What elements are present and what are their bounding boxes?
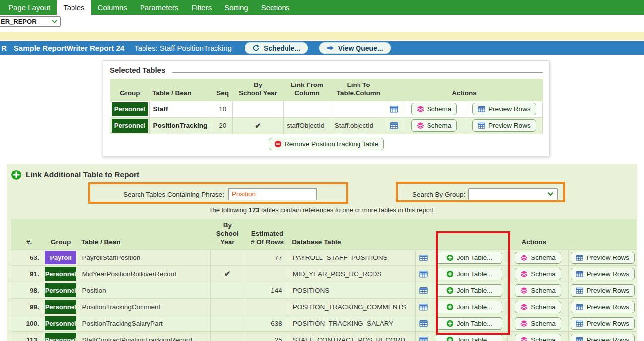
schema-button[interactable]: Schema <box>411 119 457 132</box>
preview-rows-button[interactable]: Preview Rows <box>472 103 536 115</box>
table-grid-icon[interactable] <box>419 336 428 341</box>
join-table-button[interactable]: Join Table... <box>436 268 502 280</box>
table-grid-icon[interactable] <box>419 303 428 311</box>
schema-button[interactable]: Schema <box>515 284 561 297</box>
search-phrase-input[interactable] <box>228 188 317 200</box>
layers-icon <box>520 336 528 341</box>
search-group-select[interactable] <box>468 188 558 200</box>
tab-parameters[interactable]: Parameters <box>134 0 185 15</box>
tab-sections[interactable]: Sections <box>255 0 296 15</box>
preview-rows-button[interactable]: Preview Rows <box>571 284 635 297</box>
table-row: 99. Personnel PositionTrackingComment PO… <box>11 299 637 315</box>
plus-circle-icon <box>446 336 454 341</box>
group-badge: Personnel <box>45 300 77 314</box>
seq-value: 20 <box>213 117 233 134</box>
layers-icon <box>520 287 528 294</box>
by-school-year-flag <box>210 299 245 315</box>
col-header-actions: Actions <box>386 79 543 101</box>
by-school-year-flag: ✔ <box>210 266 245 282</box>
tab-columns[interactable]: Columns <box>91 0 134 15</box>
report-select[interactable]: ER_REPOR <box>0 16 61 27</box>
row-number: 99. <box>11 299 43 315</box>
preview-rows-button[interactable]: Preview Rows <box>571 301 635 313</box>
plus-circle-icon <box>446 254 454 261</box>
est-rows-value: 25 <box>245 332 289 341</box>
group-badge: Personnel <box>45 316 77 330</box>
join-table-button[interactable]: Join Table... <box>436 284 502 297</box>
schema-button[interactable]: Schema <box>515 301 561 313</box>
tab-tables[interactable]: Tables <box>57 0 91 15</box>
table-row: Personnel Staff 10 Schema Preview Rows <box>110 101 543 117</box>
schema-button[interactable]: Schema <box>411 103 457 115</box>
row-number: 98. <box>11 282 43 299</box>
report-context: Tables: Staff PositionTracking <box>134 44 232 52</box>
table-grid-icon[interactable] <box>390 121 398 130</box>
note-suffix: tables contain references to one or more… <box>259 206 435 214</box>
table-grid-icon[interactable] <box>419 319 428 328</box>
col-header-num: #. <box>11 219 43 250</box>
table-row: 100. Personnel PositionTrackingSalaryPar… <box>11 315 637 332</box>
table-grid-icon[interactable] <box>419 286 428 295</box>
est-rows-value: 638 <box>245 315 289 332</box>
report-selector-row: ER_REPOR <box>0 15 644 28</box>
yellow-divider-bar <box>0 32 644 40</box>
table-grid-icon[interactable] <box>419 254 428 262</box>
link-from-value: staffObjectId <box>283 117 331 134</box>
link-from-value <box>283 101 331 117</box>
link-to-value <box>331 101 386 117</box>
preview-rows-button-label: Preview Rows <box>586 287 629 294</box>
table-grid-icon <box>576 270 583 278</box>
table-bean-name: MidYearPositionRolloverRecord <box>78 266 210 282</box>
plus-circle-icon <box>446 287 454 294</box>
database-table-name: MID_YEAR_POS_RO_RCDS <box>289 266 415 282</box>
title-bar-prefix: R <box>1 44 7 52</box>
top-nav: Page Layout Tables Columns Parameters Fi… <box>0 0 644 15</box>
database-table-name: STAFF_CONTRACT_POS_RECORD <box>289 332 415 341</box>
plus-circle-icon <box>446 320 454 327</box>
table-row: Personnel PositionTracking 20 ✔ staffObj… <box>110 117 543 134</box>
table-grid-icon[interactable] <box>419 270 428 278</box>
view-queue-button[interactable]: View Queue... <box>319 42 391 54</box>
schema-button-label: Schema <box>531 270 556 278</box>
schema-button-label: Schema <box>531 287 556 294</box>
join-table-button[interactable]: Join Table... <box>436 334 502 341</box>
database-table-name: POSITION_TRACKING_SALARY <box>289 315 415 332</box>
preview-rows-button[interactable]: Preview Rows <box>472 119 536 132</box>
link-additional-table-section: Link Additional Table to Report Search T… <box>7 164 637 341</box>
col-header-table-bean: Table / Bean <box>78 219 210 250</box>
preview-rows-button[interactable]: Preview Rows <box>571 252 635 264</box>
schema-button[interactable]: Schema <box>515 317 561 330</box>
schedule-button[interactable]: Schedule... <box>245 42 308 54</box>
col-header-actions: Actions <box>431 219 637 250</box>
group-badge: Personnel <box>112 119 148 133</box>
col-header-by-school-year: By School Year <box>210 219 245 250</box>
plus-circle-icon <box>11 170 22 180</box>
title-rule <box>172 72 543 73</box>
by-school-year-flag <box>210 250 245 266</box>
schema-button[interactable]: Schema <box>515 252 561 264</box>
table-row: 91. Personnel MidYearPositionRolloverRec… <box>11 266 637 282</box>
col-header-seq: Seq <box>213 79 233 101</box>
table-grid-icon[interactable] <box>390 105 398 113</box>
row-number: 113. <box>11 332 43 341</box>
tab-page-layout[interactable]: Page Layout <box>2 0 57 15</box>
join-table-button[interactable]: Join Table... <box>436 317 502 330</box>
join-table-button-label: Join Table... <box>457 254 493 261</box>
selected-tables-table: Group Table / Bean Seq By School Year Li… <box>110 79 543 134</box>
preview-rows-button[interactable]: Preview Rows <box>571 334 635 341</box>
remove-table-button[interactable]: Remove PositionTracking Table <box>269 138 384 150</box>
table-grid-icon <box>576 320 583 327</box>
preview-rows-button[interactable]: Preview Rows <box>571 317 635 330</box>
circular-arrows-icon <box>252 44 260 52</box>
schema-button[interactable]: Schema <box>515 334 561 341</box>
join-table-button[interactable]: Join Table... <box>436 252 502 264</box>
table-count-note: The following 173 tables contain referen… <box>11 206 633 214</box>
join-table-button[interactable]: Join Table... <box>436 301 502 313</box>
tab-filters[interactable]: Filters <box>185 0 218 15</box>
table-grid-icon <box>478 105 485 113</box>
layers-icon <box>520 270 528 278</box>
tab-sorting[interactable]: Sorting <box>218 0 255 15</box>
schema-button[interactable]: Schema <box>515 268 561 280</box>
right-arrow-icon <box>327 44 334 52</box>
preview-rows-button[interactable]: Preview Rows <box>571 268 635 280</box>
